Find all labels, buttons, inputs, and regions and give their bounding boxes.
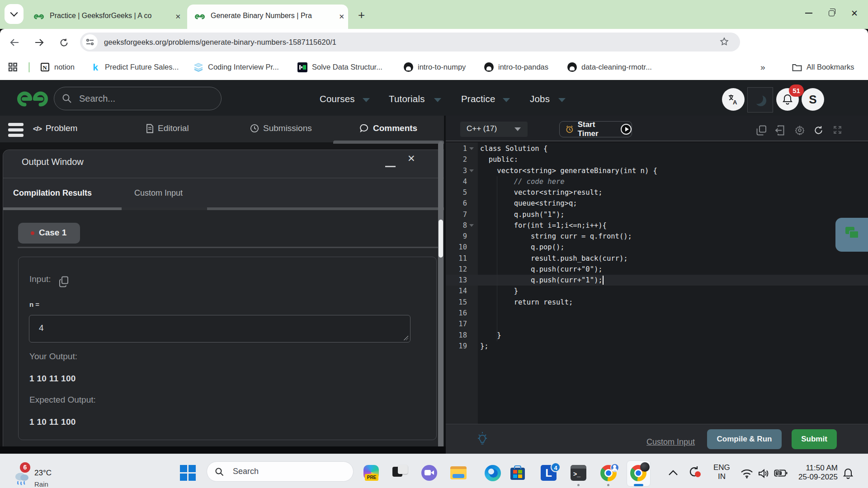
bookmark-kaggle[interactable]: k Predict Future Sales... (90, 54, 179, 80)
custom-input-link[interactable]: Custom Input (646, 437, 695, 447)
dark-mode-button[interactable] (747, 87, 773, 113)
fold-caret-icon[interactable] (469, 169, 474, 172)
doubt-chat-widget[interactable] (835, 218, 868, 252)
reload-icon[interactable] (59, 38, 69, 47)
gfg-logo[interactable] (16, 90, 49, 108)
code-line[interactable]: 17 (446, 319, 868, 329)
translate-button[interactable]: A (722, 88, 745, 111)
vertical-scrollbar-thumb[interactable] (439, 220, 443, 258)
file-explorer-icon[interactable] (450, 465, 467, 482)
code-line[interactable]: 8 for(int i=1;i<=n;i++){ (446, 220, 868, 231)
input-value-box[interactable]: 4 (29, 315, 410, 343)
apps-grid-icon[interactable] (8, 54, 18, 80)
chrome-profile-icon[interactable] (600, 465, 617, 482)
bookmarks-overflow-chevron[interactable]: » (760, 54, 765, 80)
minimize-icon[interactable] (385, 166, 396, 167)
window-close-icon[interactable]: ✕ (851, 8, 858, 19)
code-line[interactable]: 14 } (446, 286, 868, 296)
bookmark-data-cleaning[interactable]: data-cleaning-rmotr... (567, 54, 652, 80)
copy-code-icon[interactable] (756, 125, 767, 136)
clock[interactable]: 11:50 AM 25-09-2025 (797, 464, 838, 482)
code-line[interactable]: 1class Solution { (446, 143, 868, 154)
horizontal-scrollbar[interactable] (333, 141, 444, 144)
all-bookmarks[interactable]: All Bookmarks (792, 54, 854, 80)
nav-practice[interactable]: Practice (461, 94, 495, 104)
terminal-icon[interactable]: >_ (571, 465, 587, 482)
bookmark-pandas[interactable]: intro-to-pandas (484, 54, 548, 80)
code-line[interactable]: 15 return result; (446, 297, 868, 308)
fold-caret-icon[interactable] (469, 147, 474, 150)
code-line[interactable]: 6 queue<string>q; (446, 198, 868, 209)
window-restore-icon[interactable] (829, 10, 835, 16)
taskbar-search[interactable]: Search (207, 461, 354, 482)
nav-courses[interactable]: Courses (320, 94, 355, 104)
tab-close-icon[interactable]: ✕ (175, 13, 181, 21)
bookmark-numpy[interactable]: intro-to-numpy (403, 54, 466, 80)
code-line[interactable]: 16 (446, 308, 868, 319)
copy-icon[interactable] (59, 276, 69, 287)
code-line[interactable]: 2 public: (446, 154, 868, 165)
user-avatar[interactable]: S (802, 88, 824, 111)
tray-chevron-icon[interactable] (668, 469, 678, 476)
window-minimize-icon[interactable] (805, 13, 812, 14)
reset-code-icon[interactable] (813, 125, 824, 136)
hint-bulb-icon[interactable] (476, 432, 489, 447)
code-line[interactable]: 19}; (446, 341, 868, 352)
case-1-chip[interactable]: Case 1 (18, 223, 80, 244)
nav-jobs[interactable]: Jobs (530, 94, 550, 104)
browser-tab-active[interactable]: Generate Binary Numbers | Pra ✕ (187, 5, 348, 29)
l-app-icon[interactable]: L 4 (541, 465, 557, 482)
bookmark-star-icon[interactable] (719, 37, 729, 47)
new-tab-button[interactable]: + (358, 8, 365, 22)
nav-tutorials[interactable]: Tutorials (389, 94, 425, 104)
code-line[interactable]: 11 result.push_back(curr); (446, 253, 868, 264)
start-timer-button[interactable]: Start Timer (559, 121, 632, 137)
language-indicator[interactable]: ENG IN (713, 463, 730, 481)
tab-close-icon[interactable]: ✕ (339, 13, 344, 21)
battery-icon[interactable] (774, 469, 788, 477)
tray-bell-icon[interactable] (843, 468, 854, 479)
vertical-scrollbar-track[interactable] (438, 141, 443, 446)
tab-problem[interactable]: </> Problem (33, 123, 77, 133)
ms-store-icon[interactable] (509, 465, 526, 482)
address-bar[interactable]: geeksforgeeks.org/problems/generate-bina… (80, 33, 740, 52)
bookmark-solve-ds[interactable]: Solve Data Structur... (297, 54, 382, 80)
compile-run-button[interactable]: Compile & Run (707, 429, 782, 449)
wifi-icon[interactable] (741, 469, 753, 479)
copilot-icon[interactable]: PRE (363, 465, 380, 482)
code-line[interactable]: 12 q.push(curr+"0"); (446, 264, 868, 275)
update-sync-icon[interactable] (688, 465, 701, 480)
submit-button[interactable]: Submit (792, 429, 837, 449)
browser-tab-practice[interactable]: Practice | GeeksforGeeks | A co ✕ (26, 5, 184, 29)
edge-icon[interactable] (485, 465, 501, 482)
import-code-icon[interactable] (775, 125, 784, 136)
tab-compilation-results[interactable]: Compilation Results (13, 188, 92, 198)
tab-search-button[interactable] (5, 4, 24, 24)
bookmark-notion[interactable]: N notion (40, 54, 75, 80)
resize-grip[interactable] (404, 336, 408, 340)
site-info-icon[interactable] (82, 34, 98, 50)
code-line[interactable]: 9 string curr = q.front(); (446, 231, 868, 242)
fullscreen-icon[interactable] (833, 125, 842, 135)
close-icon[interactable]: ✕ (407, 153, 415, 164)
url-text[interactable]: geeksforgeeks.org/problems/generate-bina… (104, 38, 336, 47)
chat-video-icon[interactable] (421, 465, 438, 482)
code-line[interactable]: 13 q.push(curr+"1"); (446, 275, 868, 286)
widgets-icon[interactable] (392, 465, 409, 482)
hamburger-menu-icon[interactable] (8, 123, 24, 139)
code-line[interactable]: 18 } (446, 330, 868, 341)
tab-submissions[interactable]: Submissions (250, 123, 312, 133)
chrome-active-icon[interactable] (630, 465, 647, 482)
fold-caret-icon[interactable] (469, 224, 474, 227)
code-line[interactable]: 3 vector<string> generateBinary(int n) { (446, 165, 868, 176)
tab-comments[interactable]: Comments (359, 123, 417, 133)
back-icon[interactable] (9, 38, 19, 47)
volume-icon[interactable] (758, 468, 770, 479)
bookmark-coding-interview[interactable]: Coding Interview Pr... (193, 54, 279, 80)
code-line[interactable]: 10 q.pop(); (446, 242, 868, 253)
tab-editorial[interactable]: Editorial (146, 123, 189, 133)
settings-gear-icon[interactable] (795, 125, 805, 135)
code-line[interactable]: 4 // code here (446, 176, 868, 187)
forward-icon[interactable] (34, 38, 44, 47)
code-editor[interactable]: 1class Solution {2 public:3 vector<strin… (446, 142, 868, 424)
